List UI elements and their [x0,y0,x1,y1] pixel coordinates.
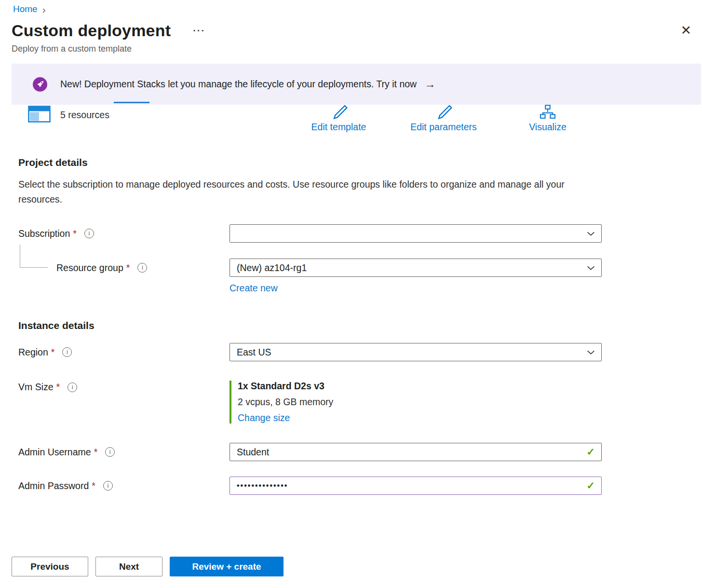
region-row: Region * i East US [0,343,702,361]
required-asterisk: * [51,347,55,358]
edit-template-button[interactable]: Edit template [304,105,374,133]
vm-size-title: 1x Standard D2s v3 [238,381,333,392]
chevron-down-icon [587,348,595,356]
arrow-right-icon[interactable]: → [424,78,435,91]
subscription-label-group: Subscription * i [0,228,230,239]
resource-group-dropdown[interactable]: (New) az104-rg1 [230,259,602,277]
admin-username-label-group: Admin Username * i [0,447,230,458]
more-options-icon[interactable]: ··· [193,25,205,36]
template-icon [28,106,51,124]
valid-check-icon: ✓ [586,446,595,458]
next-button[interactable]: Next [95,557,162,576]
create-new-link[interactable]: Create new [230,283,278,294]
required-asterisk: * [126,262,130,273]
review-create-button[interactable]: Review + create [170,557,284,576]
deployment-stacks-banner[interactable]: New! Deployment Stacks let you manage th… [12,64,701,105]
resources-count: 5 resources [60,109,109,121]
info-icon[interactable]: i [68,383,77,392]
admin-username-value: Student [237,447,269,458]
info-icon[interactable]: i [137,263,147,273]
breadcrumb-home-link[interactable]: Home [13,4,38,14]
instance-details-form: Region * i East US Vm Size * i 1x Standa… [0,343,702,495]
subscription-label: Subscription [18,228,70,239]
admin-password-input[interactable]: •••••••••••••• ✓ [230,477,602,495]
edit-template-label: Edit template [311,122,366,133]
info-icon[interactable]: i [103,481,113,491]
rocket-icon [32,77,48,92]
flowchart-icon [540,105,556,121]
visualize-button[interactable]: Visualize [524,105,572,133]
region-value: East US [237,347,271,358]
required-asterisk: * [56,382,60,393]
change-size-link[interactable]: Change size [238,412,290,424]
info-icon[interactable]: i [62,347,72,357]
required-asterisk: * [92,480,95,492]
breadcrumb-chevron-icon: › [42,4,46,14]
close-icon[interactable]: ✕ [680,24,691,37]
required-asterisk: * [94,447,98,458]
vm-size-row: Vm Size * i 1x Standard D2s v3 2 vcpus, … [0,381,702,424]
info-icon[interactable]: i [84,229,94,238]
admin-username-row: Admin Username * i Student ✓ [0,443,702,461]
breadcrumb: Home › [0,0,702,14]
wizard-footer: Previous Next Review + create [0,557,702,576]
clipped-link-fragment [114,102,149,103]
region-dropdown[interactable]: East US [230,343,602,361]
previous-button[interactable]: Previous [12,557,88,576]
admin-username-input[interactable]: Student ✓ [230,443,602,461]
banner-text: New! Deployment Stacks let you manage th… [60,79,417,90]
chevron-down-icon [587,264,595,272]
instance-details-heading: Instance details [18,320,702,331]
vm-size-specs: 2 vcpus, 8 GB memory [238,397,333,408]
edit-parameters-button[interactable]: Edit parameters [403,105,484,133]
vm-size-label-group: Vm Size * i [0,381,230,393]
admin-password-label: Admin Password [18,480,89,492]
edit-parameters-label: Edit parameters [410,122,477,133]
info-icon[interactable]: i [105,447,115,457]
subscription-dropdown[interactable] [230,224,602,243]
resource-group-value: (New) az104-rg1 [237,262,307,273]
region-label-group: Region * i [0,347,230,358]
template-resources: 5 resources [28,106,109,124]
admin-password-row: Admin Password * i •••••••••••••• ✓ [0,477,702,495]
chevron-down-icon [587,230,595,238]
admin-password-value: •••••••••••••• [237,481,288,490]
project-details-heading: Project details [18,157,702,168]
page-title: Custom deployment [12,21,171,40]
pencil-icon [330,105,348,121]
page-subtitle: Deploy from a custom template [12,44,702,54]
subscription-resourcegroup-connector [20,245,48,268]
admin-password-label-group: Admin Password * i [0,480,230,492]
vm-size-summary: 1x Standard D2s v3 2 vcpus, 8 GB memory … [230,381,333,424]
valid-check-icon: ✓ [586,480,595,492]
project-details-form: Subscription * i Resource group * i (New… [0,224,702,294]
custom-deployment-page: Home › Custom deployment ··· ✕ Deploy fr… [0,0,702,576]
region-label: Region [18,347,48,358]
resource-group-label: Resource group [56,262,123,273]
visualize-label: Visualize [529,122,567,133]
project-details-description: Select the subscription to manage deploy… [18,177,573,207]
page-header: Custom deployment ··· ✕ [12,21,702,40]
resource-group-row: Resource group * i (New) az104-rg1 [0,259,702,277]
vm-size-label: Vm Size [18,382,54,393]
pencil-icon [434,105,453,121]
admin-username-label: Admin Username [18,447,91,458]
required-asterisk: * [73,228,77,239]
subscription-row: Subscription * i [0,224,702,243]
template-summary-bar: 5 resources Edit template Edit parameter… [0,105,702,141]
